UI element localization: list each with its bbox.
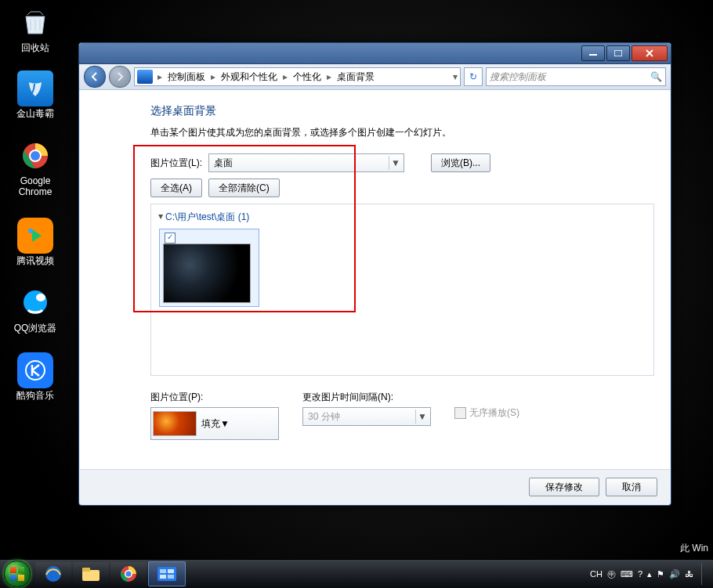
start-orb-icon	[4, 561, 31, 587]
svg-point-6	[26, 361, 45, 380]
taskbar-chrome[interactable]	[110, 562, 147, 586]
desktop-icon-qqbrowser[interactable]: QQ浏览器	[8, 285, 63, 334]
breadcrumb-seg[interactable]: 外观和个性化	[218, 70, 280, 84]
tray-network-icon[interactable]: 🖧	[685, 569, 693, 579]
svg-rect-15	[157, 567, 176, 581]
tray-help-icon[interactable]: ?	[638, 569, 642, 579]
image-thumb[interactable]: ✓	[159, 229, 259, 307]
save-button[interactable]: 保存修改	[529, 478, 599, 496]
page-subtitle: 单击某个图片使其成为您的桌面背景，或选择多个图片创建一个幻灯片。	[150, 126, 654, 139]
window-body: 选择桌面背景 单击某个图片使其成为您的桌面背景，或选择多个图片创建一个幻灯片。 …	[80, 90, 670, 469]
system-tray[interactable]: CH ㊥ ⌨ ? ▴ ⚑ 🔊 🖧	[590, 563, 713, 585]
thumb-preview	[163, 243, 251, 303]
svg-rect-18	[160, 575, 166, 579]
position-combo[interactable]: 填充 ▼	[150, 407, 279, 440]
checkbox-icon	[454, 407, 466, 419]
navbar: ▸ 控制面板▸ 外观和个性化▸ 个性化▸ 桌面背景 ▾ ↻ 搜索控制面板 🔍	[79, 64, 671, 90]
breadcrumb[interactable]: ▸ 控制面板▸ 外观和个性化▸ 个性化▸ 桌面背景 ▾	[134, 67, 461, 86]
desktop: 回收站 金山毒霸 Google Chrome 腾讯视频 QQ浏览器 酷狗音乐	[0, 0, 713, 588]
svg-point-9	[45, 566, 61, 582]
icon-label: 回收站	[8, 42, 63, 53]
taskbar-control-panel[interactable]	[148, 561, 186, 586]
svg-rect-17	[168, 569, 174, 573]
shuffle-label: 无序播放(S)	[469, 407, 519, 418]
location-label: 图片位置(L):	[150, 157, 202, 170]
interval-label: 更改图片时间间隔(N):	[302, 391, 431, 404]
svg-point-3	[28, 229, 33, 233]
chevron-down-icon: ▼	[220, 418, 230, 429]
refresh-button[interactable]: ↻	[464, 67, 483, 86]
desktop-icon-kugou[interactable]: 酷狗音乐	[8, 352, 63, 401]
svg-rect-10	[82, 570, 100, 581]
tray-keyboard-icon[interactable]: ⌨	[621, 569, 633, 579]
shuffle-checkbox: 无序播放(S)	[454, 406, 519, 420]
breadcrumb-icon	[137, 70, 153, 84]
select-all-button[interactable]: 全选(A)	[150, 179, 202, 197]
desktop-icon-tencent[interactable]: 腾讯视频	[8, 218, 63, 266]
tray-chevron-icon[interactable]: ▴	[647, 569, 652, 579]
tray-ime-icon[interactable]: ㊥	[607, 568, 616, 580]
search-input[interactable]: 搜索控制面板 🔍	[486, 67, 666, 86]
svg-point-5	[36, 294, 45, 301]
position-preview	[153, 411, 197, 436]
page-title: 选择桌面背景	[150, 104, 654, 118]
watermark: 此 Win	[680, 542, 708, 555]
icon-label: 腾讯视频	[8, 255, 63, 266]
location-value: 桌面	[214, 157, 233, 170]
icon-label: 酷狗音乐	[8, 390, 63, 401]
icon-label: Google Chrome	[8, 175, 63, 197]
close-button[interactable]	[632, 45, 668, 61]
chevron-down-icon: ▼	[415, 409, 429, 424]
image-gallery: C:\用户\test\桌面 (1) ✓	[150, 204, 654, 376]
browse-button[interactable]: 浏览(B)...	[431, 153, 490, 172]
breadcrumb-seg[interactable]: 控制面板	[165, 70, 208, 84]
svg-rect-7	[589, 54, 597, 56]
tray-volume-icon[interactable]: 🔊	[669, 569, 680, 579]
svg-rect-11	[82, 568, 90, 572]
svg-point-4	[24, 290, 47, 314]
minimize-button[interactable]	[581, 45, 605, 61]
svg-rect-16	[160, 569, 166, 573]
icon-label: QQ浏览器	[8, 323, 63, 334]
svg-rect-8	[614, 50, 622, 56]
desktop-icon-recycle[interactable]: 回收站	[8, 5, 63, 53]
interval-value: 30 分钟	[308, 410, 340, 424]
nav-back-button[interactable]	[84, 66, 106, 88]
window-footer: 保存修改 取消	[80, 469, 670, 504]
interval-combo: 30 分钟 ▼	[302, 407, 431, 426]
svg-point-14	[126, 572, 132, 577]
search-placeholder: 搜索控制面板	[490, 70, 546, 84]
gallery-path[interactable]: C:\用户\test\桌面 (1)	[159, 211, 646, 224]
start-button[interactable]	[0, 560, 34, 588]
taskbar-explorer[interactable]	[73, 562, 109, 586]
chevron-down-icon: ▼	[389, 156, 402, 170]
icon-label: 金山毒霸	[8, 108, 63, 119]
location-combo[interactable]: 桌面 ▼	[208, 153, 404, 172]
thumb-checkbox[interactable]: ✓	[165, 233, 176, 243]
breadcrumb-seg[interactable]: 个性化	[290, 70, 324, 84]
maximize-button[interactable]	[606, 45, 630, 61]
tray-flag-icon[interactable]: ⚑	[657, 569, 664, 579]
svg-point-2	[31, 151, 40, 161]
clear-all-button[interactable]: 全部清除(C)	[208, 179, 280, 197]
position-value: 填充	[201, 417, 220, 431]
cancel-button[interactable]: 取消	[606, 478, 657, 496]
search-icon[interactable]: 🔍	[650, 71, 662, 82]
taskbar: CH ㊥ ⌨ ? ▴ ⚑ 🔊 🖧	[0, 559, 713, 588]
titlebar[interactable]	[79, 43, 671, 64]
ime-indicator[interactable]: CH	[590, 569, 603, 579]
taskbar-ie[interactable]	[35, 562, 71, 586]
control-panel-window: ▸ 控制面板▸ 外观和个性化▸ 个性化▸ 桌面背景 ▾ ↻ 搜索控制面板 🔍 选…	[78, 42, 671, 506]
show-desktop-button[interactable]	[701, 563, 708, 585]
breadcrumb-seg[interactable]: 桌面背景	[334, 70, 378, 84]
nav-forward-button[interactable]	[109, 66, 131, 88]
svg-rect-19	[168, 575, 174, 579]
desktop-icon-duba[interactable]: 金山毒霸	[8, 70, 63, 119]
desktop-icon-chrome[interactable]: Google Chrome	[8, 138, 63, 197]
position-label: 图片位置(P):	[150, 391, 279, 404]
